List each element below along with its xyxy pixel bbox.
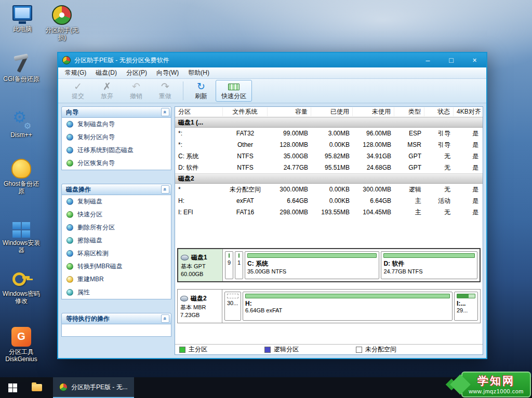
table-row[interactable]: * 未分配空间 300.00MB 0.00KB 300.00MB 逻辑 无 是: [175, 184, 483, 195]
file-explorer-button[interactable]: [25, 377, 49, 398]
disk1-group-row[interactable]: 磁盘1 (...: [175, 117, 483, 128]
legend-label: 逻辑分区: [274, 345, 299, 354]
redo-label: 重做: [159, 92, 171, 101]
desktop-icon-dism[interactable]: Dism++: [2, 110, 41, 139]
menu-help[interactable]: 帮助(H): [183, 67, 214, 78]
column-status[interactable]: 状态: [424, 107, 454, 116]
disk1-graph[interactable]: 磁盘1 基本 GPT 60.00GB 9: [177, 248, 481, 282]
partition-block-msr[interactable]: 1: [235, 251, 243, 279]
disk-operations-panel-header[interactable]: 磁盘操作 «: [61, 184, 171, 195]
partition-name: C: 系统: [247, 259, 377, 268]
sidebar-item-copy-disk[interactable]: 复制磁盘: [62, 195, 171, 208]
sidebar-item-convert-to-mbr[interactable]: 转换到MBR磁盘: [62, 260, 171, 273]
table-row[interactable]: I: EFI FAT16 298.00MB 193.55MB 104.45MB …: [175, 207, 483, 218]
menu-wizard[interactable]: 向导(W): [152, 67, 183, 78]
refresh-button[interactable]: ↻ 刷新: [187, 80, 216, 102]
desktop-icon-this-pc[interactable]: 此电脑: [3, 5, 42, 33]
app-icon: [59, 383, 68, 391]
disk-icon: [181, 255, 189, 260]
discard-button[interactable]: ✗ 放弃: [92, 80, 122, 102]
window-title: 分区助手PE版 - 无损分区免费软件: [74, 56, 416, 65]
sidebar-item-rebuild-mbr[interactable]: 重建MBR: [62, 273, 171, 286]
sidebar-item-delete-all-partitions[interactable]: 删除所有分区: [62, 221, 171, 234]
start-button[interactable]: [0, 377, 25, 398]
table-row[interactable]: *: Other 128.00MB 0.00KB 128.00MB MSR 引导…: [175, 139, 483, 150]
partition-block-esp[interactable]: 9: [225, 251, 233, 279]
sidebar-item-copy-disk-wizard[interactable]: 复制磁盘向导: [62, 118, 171, 131]
partition-block-d[interactable]: D: 软件 24.77GB NTFS: [381, 251, 477, 279]
desktop-icon-partition-assistant[interactable]: 分区助手(无损): [43, 5, 81, 41]
titlebar[interactable]: 分区助手PE版 - 无损分区免费软件 – □ ×: [58, 53, 486, 67]
column-capacity[interactable]: 容量: [268, 107, 311, 116]
table-row[interactable]: H: exFAT 6.64GB 0.00KB 6.64GB 主 活动 是: [175, 195, 483, 207]
cell-capacity: 6.64GB: [268, 197, 311, 204]
legend-primary: 主分区: [179, 345, 207, 354]
commit-button[interactable]: ✓ 提交: [63, 80, 92, 102]
partition-label: 30...: [227, 300, 238, 306]
column-used[interactable]: 已使用: [311, 107, 353, 116]
windows-logo-icon: [8, 383, 17, 392]
pending-operations-panel-header[interactable]: 等待执行的操作 «: [61, 313, 171, 324]
partition-block-h[interactable]: H: 6.64GB exFAT: [243, 292, 453, 321]
collapse-chevron-icon[interactable]: «: [161, 185, 169, 194]
sidebar-item-migrate-os-to-ssd[interactable]: 迁移系统到固态磁盘: [62, 144, 171, 157]
cell-status: 无: [424, 208, 454, 217]
watermark-url: www.jmqz1000.com: [469, 388, 524, 394]
column-filesystem[interactable]: 文件系统: [223, 107, 268, 116]
partition-block-i[interactable]: I:... 29...: [454, 292, 478, 321]
cell-capacity: 24.77GB: [268, 164, 311, 171]
disk2-group-row[interactable]: 磁盘2: [175, 173, 483, 184]
wizard-panel-header[interactable]: 向导 «: [61, 106, 171, 118]
minimize-button[interactable]: –: [416, 53, 440, 67]
desktop-icon-windows-installer[interactable]: Windows安装器: [2, 220, 41, 254]
collapse-chevron-icon[interactable]: «: [161, 108, 169, 116]
partition-assistant-window: 分区助手PE版 - 无损分区免费软件 – □ × 常规(G) 磁盘(D) 分区(…: [57, 52, 487, 359]
partition-block-c[interactable]: C: 系统 35.00GB NTFS: [245, 251, 379, 279]
table-row[interactable]: D: 软件 NTFS 24.77GB 95.51MB 24.68GB GPT 无…: [175, 162, 483, 173]
bad-sector-check-icon: [66, 250, 73, 257]
desktop-icon-diskgenius[interactable]: 分区工具DiskGenius: [2, 327, 41, 363]
menu-partition[interactable]: 分区(P): [122, 67, 152, 78]
table-row[interactable]: *: FAT32 99.00MB 3.00MB 96.00MB ESP 引导 是: [175, 128, 483, 139]
sidebar-item-properties[interactable]: 属性: [62, 286, 171, 299]
desktop-icon-cgi-backup[interactable]: CGI备份还原: [2, 54, 41, 83]
cell-filesystem: 未分配空间: [223, 185, 268, 194]
wizard-panel: 向导 « 复制磁盘向导 复制分区向导: [61, 106, 171, 170]
cell-aligned: 是: [454, 129, 482, 138]
column-4kb-aligned[interactable]: 4KB对齐: [454, 107, 482, 116]
cell-unused: 34.91GB: [353, 153, 394, 160]
sidebar-item-copy-partition-wizard[interactable]: 复制分区向导: [62, 131, 171, 144]
sidebar-item-partition-recovery-wizard[interactable]: 分区恢复向导: [62, 157, 171, 170]
cell-partition: *:: [175, 141, 223, 148]
cell-filesystem: FAT16: [223, 209, 268, 216]
sidebar-item-label: 迁移系统到固态磁盘: [77, 146, 134, 155]
partition-block-unallocated[interactable]: 30...: [224, 292, 241, 321]
disk2-graph[interactable]: 磁盘2 基本 MBR 7.23GB 30...: [177, 289, 481, 323]
taskbar-app-button[interactable]: 分区助手PE版 - 无...: [53, 377, 134, 398]
column-type[interactable]: 类型: [394, 107, 424, 116]
disk1-info[interactable]: 磁盘1 基本 GPT 60.00GB: [178, 249, 223, 281]
collapse-chevron-icon[interactable]: «: [161, 314, 169, 323]
table-row[interactable]: C: 系统 NTFS 35.00GB 95.82MB 34.91GB GPT 无…: [175, 150, 483, 162]
cell-status: 无: [424, 152, 454, 161]
sidebar-item-quick-partition[interactable]: 快速分区: [62, 208, 171, 221]
desktop-icon-password-reset[interactable]: Windows密码修改: [2, 269, 41, 305]
sidebar-item-bad-sector-check[interactable]: 坏扇区检测: [62, 247, 171, 260]
sidebar-item-label: 重建MBR: [77, 275, 104, 284]
primary-partition-swatch: [179, 347, 185, 353]
disk2-info[interactable]: 磁盘2 基本 MBR 7.23GB: [178, 290, 222, 323]
menu-disk[interactable]: 磁盘(D): [91, 67, 122, 78]
close-button[interactable]: ×: [463, 53, 486, 67]
desktop-icon-ghost-backup[interactable]: Ghost备份还原: [2, 159, 41, 195]
redo-button[interactable]: ↷ 重做: [151, 80, 180, 102]
quick-partition-item-icon: [66, 211, 73, 218]
menu-general[interactable]: 常规(G): [60, 67, 91, 78]
sidebar-item-wipe-disk[interactable]: 擦除磁盘: [62, 234, 171, 247]
refresh-icon: ↻: [197, 81, 205, 92]
column-unused[interactable]: 未使用: [353, 107, 394, 116]
quick-partition-button[interactable]: 快速分区: [216, 80, 252, 102]
maximize-button[interactable]: □: [440, 53, 463, 67]
cell-unused: 104.45MB: [353, 209, 394, 216]
column-partition[interactable]: 分区: [175, 107, 223, 116]
undo-button[interactable]: ↶ 撤销: [122, 80, 151, 102]
